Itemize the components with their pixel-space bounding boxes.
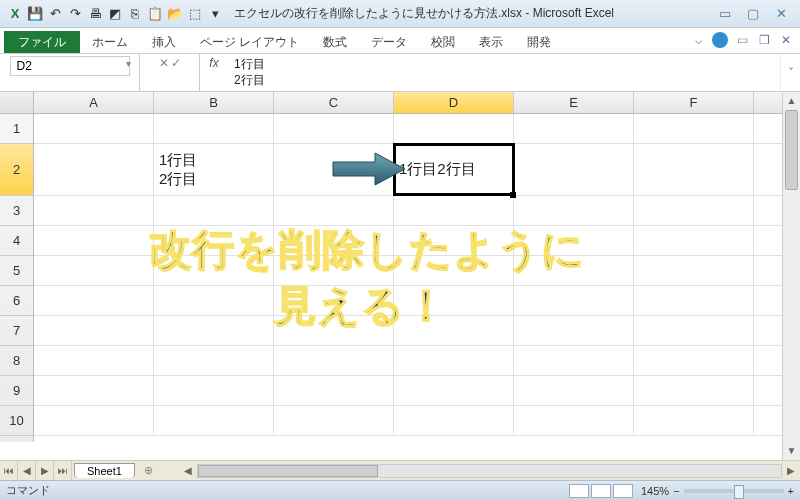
- zoom-out-icon[interactable]: −: [673, 485, 679, 497]
- qat-icon-9[interactable]: ⬚: [186, 5, 204, 23]
- cancel-formula-icon[interactable]: ✕: [159, 56, 169, 70]
- zoom-in-icon[interactable]: +: [788, 485, 794, 497]
- col-header-F[interactable]: F: [634, 92, 754, 113]
- save-icon[interactable]: 💾: [26, 5, 44, 23]
- row-header-7[interactable]: 7: [0, 316, 33, 346]
- sheet-nav: ⏮ ◀ ▶ ⏭: [0, 461, 72, 480]
- vertical-scrollbar[interactable]: ▲ ▼: [782, 92, 800, 460]
- view-pagelayout-icon[interactable]: [591, 484, 611, 498]
- doc-minimize-icon[interactable]: ▭: [734, 32, 750, 48]
- cell-B2[interactable]: 1行目 2行目: [154, 144, 274, 195]
- status-bar: コマンド 145% − +: [0, 480, 800, 500]
- window-controls: ▭ ▢ ✕: [716, 6, 790, 22]
- redo-icon[interactable]: ↷: [66, 5, 84, 23]
- name-box-dropdown-icon[interactable]: ▾: [126, 58, 131, 69]
- qat-icon-6[interactable]: ⎘: [126, 5, 144, 23]
- sheet-nav-first-icon[interactable]: ⏮: [0, 461, 18, 480]
- open-icon[interactable]: 📂: [166, 5, 184, 23]
- svg-marker-0: [333, 153, 405, 185]
- close-button[interactable]: ✕: [772, 6, 790, 22]
- row-header-10[interactable]: 10: [0, 406, 33, 436]
- hscroll-left-icon[interactable]: ◀: [179, 465, 197, 476]
- col-header-D[interactable]: D: [394, 92, 514, 113]
- hscroll-track[interactable]: [197, 464, 782, 478]
- overlay-text-1: 改行を削除したように: [149, 222, 585, 278]
- arrow-shape: [329, 150, 409, 188]
- row-header-3[interactable]: 3: [0, 196, 33, 226]
- name-box[interactable]: D2 ▾: [0, 54, 140, 91]
- vscroll-thumb[interactable]: [785, 110, 798, 190]
- new-sheet-icon[interactable]: ⊕: [139, 464, 159, 477]
- col-header-E[interactable]: E: [514, 92, 634, 113]
- hscroll-thumb[interactable]: [198, 465, 378, 477]
- sheet-nav-last-icon[interactable]: ⏭: [54, 461, 72, 480]
- doc-restore-icon[interactable]: ❐: [756, 32, 772, 48]
- view-buttons: [569, 484, 633, 498]
- zoom-level[interactable]: 145%: [641, 485, 669, 497]
- status-mode: コマンド: [6, 483, 50, 498]
- tab-review[interactable]: 校閲: [419, 31, 467, 53]
- scroll-down-icon[interactable]: ▼: [783, 442, 800, 460]
- tab-developer[interactable]: 開発: [515, 31, 563, 53]
- cell-D2[interactable]: 1行目2行目: [394, 144, 514, 195]
- select-all-corner[interactable]: [0, 92, 34, 113]
- row-header-5[interactable]: 5: [0, 256, 33, 286]
- excel-icon: X: [6, 5, 24, 23]
- cell-E2[interactable]: [514, 144, 634, 195]
- sheet-nav-prev-icon[interactable]: ◀: [18, 461, 36, 480]
- tab-insert[interactable]: 挿入: [140, 31, 188, 53]
- quick-access-toolbar: X 💾 ↶ ↷ 🖶 ◩ ⎘ 📋 📂 ⬚ ▾: [6, 5, 224, 23]
- overlay-text-2: 見える！: [274, 278, 448, 334]
- tab-view[interactable]: 表示: [467, 31, 515, 53]
- minimize-button[interactable]: ▭: [716, 6, 734, 22]
- formula-bar: D2 ▾ ✕ ✓ fx 1行目 2行目 ˅: [0, 54, 800, 92]
- ribbon: ファイル ホーム 挿入 ページ レイアウト 数式 データ 校閲 表示 開発 ⌵ …: [0, 28, 800, 54]
- name-box-value[interactable]: D2: [10, 56, 130, 76]
- worksheet-grid[interactable]: A B C D E F 1 2 3 4 5 6 7 8 9 10 1行目 2行目…: [0, 92, 800, 460]
- row-header-9[interactable]: 9: [0, 376, 33, 406]
- qat-icon-7[interactable]: 📋: [146, 5, 164, 23]
- help-icon[interactable]: ?: [712, 32, 728, 48]
- cell-F2[interactable]: [634, 144, 754, 195]
- col-header-C[interactable]: C: [274, 92, 394, 113]
- sheet-nav-next-icon[interactable]: ▶: [36, 461, 54, 480]
- maximize-button[interactable]: ▢: [744, 6, 762, 22]
- undo-icon[interactable]: ↶: [46, 5, 64, 23]
- row-header-6[interactable]: 6: [0, 286, 33, 316]
- hscroll-right-icon[interactable]: ▶: [782, 465, 800, 476]
- view-pagebreak-icon[interactable]: [613, 484, 633, 498]
- formula-input[interactable]: 1行目 2行目: [228, 54, 780, 91]
- tab-home[interactable]: ホーム: [80, 31, 140, 53]
- ribbon-min-icon[interactable]: ⌵: [690, 32, 706, 48]
- column-headers: A B C D E F: [0, 92, 782, 114]
- title-bar: X 💾 ↶ ↷ 🖶 ◩ ⎘ 📋 📂 ⬚ ▾ エクセルの改行を削除したように見せか…: [0, 0, 800, 28]
- zoom-control: 145% − +: [641, 485, 794, 497]
- formula-expand-icon[interactable]: ˅: [780, 54, 800, 91]
- cells[interactable]: 1行目 2行目 1行目2行目 改行を削除したように 見える！: [34, 114, 782, 442]
- row-header-1[interactable]: 1: [0, 114, 33, 144]
- view-normal-icon[interactable]: [569, 484, 589, 498]
- fx-label[interactable]: fx: [200, 54, 228, 91]
- enter-formula-icon[interactable]: ✓: [171, 56, 181, 70]
- sheet-tab-active[interactable]: Sheet1: [74, 463, 135, 478]
- print-icon[interactable]: 🖶: [86, 5, 104, 23]
- tab-formulas[interactable]: 数式: [311, 31, 359, 53]
- col-header-A[interactable]: A: [34, 92, 154, 113]
- row-header-2[interactable]: 2: [0, 144, 33, 196]
- sheet-tab-bar: ⏮ ◀ ▶ ⏭ Sheet1 ⊕ ◀ ▶: [0, 460, 800, 480]
- qat-icon-5[interactable]: ◩: [106, 5, 124, 23]
- zoom-slider[interactable]: [684, 489, 784, 493]
- horizontal-scrollbar[interactable]: ◀ ▶: [179, 464, 800, 478]
- row-header-8[interactable]: 8: [0, 346, 33, 376]
- col-header-B[interactable]: B: [154, 92, 274, 113]
- tab-pagelayout[interactable]: ページ レイアウト: [188, 31, 311, 53]
- qat-more-icon[interactable]: ▾: [206, 5, 224, 23]
- scroll-up-icon[interactable]: ▲: [783, 92, 800, 110]
- formula-buttons: ✕ ✓: [140, 54, 200, 91]
- tab-data[interactable]: データ: [359, 31, 419, 53]
- doc-close-icon[interactable]: ✕: [778, 32, 794, 48]
- row-header-4[interactable]: 4: [0, 226, 33, 256]
- cell-A2[interactable]: [34, 144, 154, 195]
- file-tab[interactable]: ファイル: [4, 31, 80, 53]
- row-headers: 1 2 3 4 5 6 7 8 9 10: [0, 114, 34, 442]
